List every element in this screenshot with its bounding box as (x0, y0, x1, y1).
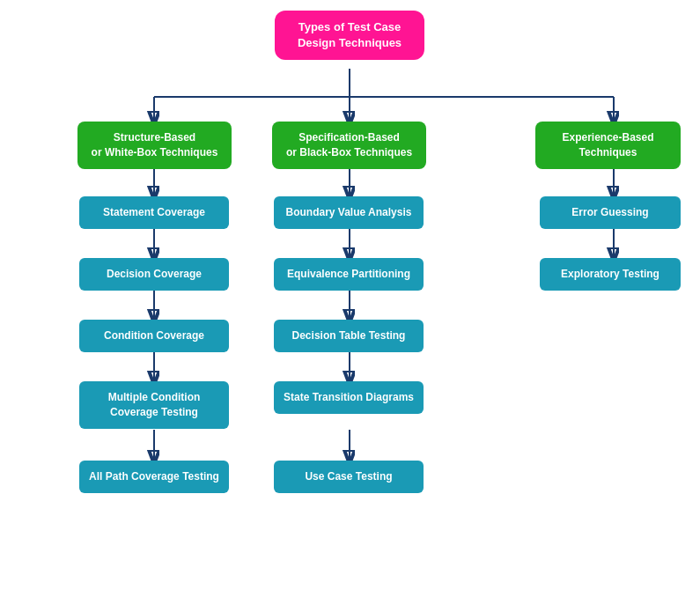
multiple-condition-coverage: Multiple ConditionCoverage Testing (79, 381, 229, 429)
decision-table: Decision Table Testing (274, 320, 424, 352)
statement-coverage: Statement Coverage (79, 196, 229, 229)
blackbox-category: Specification-Basedor Black-Box Techniqu… (272, 122, 426, 169)
use-case: Use Case Testing (274, 461, 424, 493)
equivalence-partitioning: Equivalence Partitioning (274, 258, 424, 291)
error-guessing: Error Guessing (540, 196, 681, 229)
boundary-value: Boundary Value Analysis (274, 196, 424, 229)
diagram-container: Types of Test Case Design Techniques Str… (0, 0, 700, 612)
exploratory-testing: Exploratory Testing (540, 258, 681, 291)
all-path-coverage: All Path Coverage Testing (79, 461, 229, 493)
connector-lines (0, 0, 700, 612)
experience-category: Experience-BasedTechniques (535, 122, 681, 169)
decision-coverage: Decision Coverage (79, 258, 229, 291)
state-transition: State Transition Diagrams (274, 381, 424, 414)
condition-coverage: Condition Coverage (79, 320, 229, 352)
whitebox-category: Structure-Basedor White-Box Techniques (77, 122, 232, 169)
root-node: Types of Test Case Design Techniques (275, 11, 424, 60)
